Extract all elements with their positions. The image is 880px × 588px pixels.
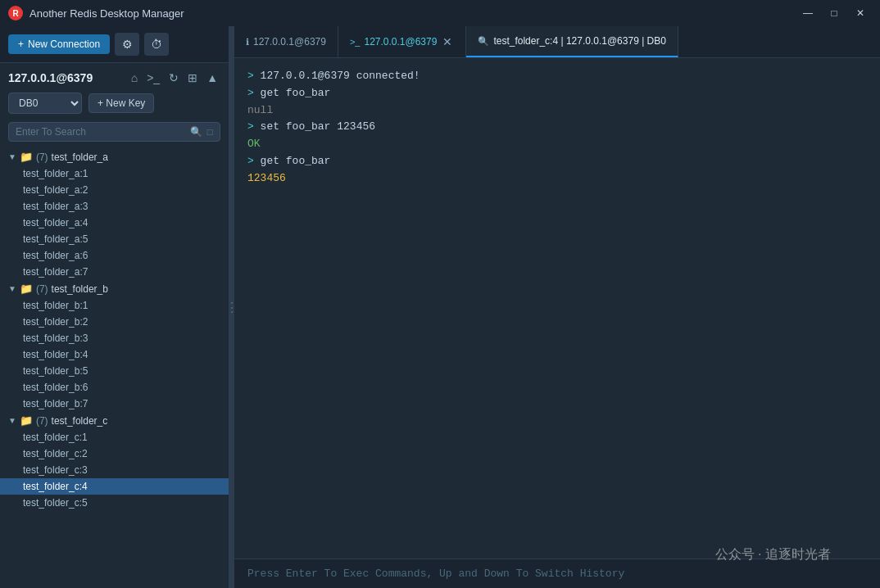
terminal-line: OK bbox=[247, 136, 867, 153]
list-item-active[interactable]: test_folder_c:4 bbox=[0, 478, 229, 495]
folder-item-a[interactable]: ▼ 📁 (7) test_folder_a bbox=[0, 148, 229, 165]
window-controls: — □ ✕ bbox=[796, 5, 872, 21]
folder-icon-a: 📁 bbox=[20, 151, 33, 163]
terminal-tab-icon: >_ bbox=[350, 37, 361, 47]
list-item[interactable]: test_folder_b:2 bbox=[0, 314, 229, 330]
prompt: > bbox=[247, 120, 261, 133]
tab-key1[interactable]: 🔍 test_folder_c:4 | 127.0.0.1@6379 | DB0 bbox=[466, 26, 678, 57]
titlebar: R Another Redis Desktop Manager — □ ✕ bbox=[0, 0, 880, 26]
folder-count-c: (7) bbox=[36, 415, 48, 427]
terminal-output: > 127.0.0.1@6379 connected! > get foo_ba… bbox=[234, 58, 880, 559]
folder-icon-b: 📁 bbox=[20, 283, 33, 295]
command-input[interactable] bbox=[234, 559, 880, 588]
list-item[interactable]: test_folder_c:3 bbox=[0, 462, 229, 478]
tab-label-console2: 127.0.0.1@6379 bbox=[364, 36, 437, 47]
info-icon: ℹ bbox=[246, 37, 249, 47]
terminal-button[interactable]: >_ bbox=[144, 70, 162, 86]
folder-name-b: test_folder_b bbox=[52, 283, 108, 295]
new-connection-label: New Connection bbox=[28, 38, 100, 50]
list-item[interactable]: test_folder_b:6 bbox=[0, 379, 229, 396]
chevron-down-icon: ▼ bbox=[8, 284, 16, 293]
settings-button[interactable]: ⚙ bbox=[115, 33, 139, 56]
search-box: 🔍 □ bbox=[8, 122, 220, 142]
search-row: 🔍 □ bbox=[0, 119, 229, 145]
app-icon: R bbox=[8, 6, 23, 20]
tab-label-key1: test_folder_c:4 | 127.0.0.1@6379 | DB0 bbox=[493, 35, 666, 47]
sidebar: + New Connection ⚙ ⏱ 127.0.0.1@6379 ⌂ >_… bbox=[0, 26, 229, 588]
search-input[interactable] bbox=[16, 126, 185, 138]
content-area: ℹ 127.0.0.1@6379 >_ 127.0.0.1@6379 ✕ 🔍 t… bbox=[234, 26, 880, 588]
new-connection-button[interactable]: + New Connection bbox=[8, 34, 110, 54]
prompt: > bbox=[247, 155, 261, 167]
connection-header: 127.0.0.1@6379 ⌂ >_ ↻ ⊞ ▲ bbox=[0, 63, 229, 89]
folder-icon-c: 📁 bbox=[20, 414, 33, 427]
folder-count-b: (7) bbox=[36, 283, 48, 295]
prompt: > bbox=[247, 87, 261, 99]
minimize-button[interactable]: — bbox=[796, 5, 819, 21]
new-key-label: + New Key bbox=[98, 97, 145, 109]
key-list: ▼ 📁 (7) test_folder_a test_folder_a:1 te… bbox=[0, 145, 229, 588]
panel-resizer[interactable] bbox=[229, 26, 234, 588]
folder-name-c: test_folder_c bbox=[52, 415, 108, 427]
command-input-area bbox=[234, 559, 880, 588]
history-button[interactable]: ⏱ bbox=[144, 33, 169, 56]
app-title: Another Redis Desktop Manager bbox=[29, 7, 184, 20]
sidebar-toolbar: + New Connection ⚙ ⏱ bbox=[0, 26, 229, 63]
maximize-button[interactable]: □ bbox=[823, 5, 846, 21]
folder-item-b[interactable]: ▼ 📁 (7) test_folder_b bbox=[0, 280, 229, 297]
terminal-line: > get foo_bar bbox=[247, 153, 867, 170]
terminal-line: > get foo_bar bbox=[247, 85, 867, 102]
tab-bar: ℹ 127.0.0.1@6379 >_ 127.0.0.1@6379 ✕ 🔍 t… bbox=[234, 26, 880, 58]
db-row: DB0 DB1 DB2 DB3 + New Key bbox=[0, 89, 229, 119]
new-key-button[interactable]: + New Key bbox=[88, 93, 154, 113]
plus-icon: + bbox=[18, 38, 24, 50]
expand-icon[interactable]: □ bbox=[207, 126, 213, 138]
close-button[interactable]: ✕ bbox=[849, 5, 872, 21]
tab-label-console1: 127.0.0.1@6379 bbox=[253, 36, 326, 47]
list-item[interactable]: test_folder_a:6 bbox=[0, 247, 229, 264]
connection-name: 127.0.0.1@6379 bbox=[8, 71, 93, 84]
list-item[interactable]: test_folder_b:5 bbox=[0, 363, 229, 379]
collapse-button[interactable]: ▲ bbox=[204, 70, 220, 86]
chevron-down-icon: ▼ bbox=[8, 152, 16, 161]
list-item[interactable]: test_folder_a:7 bbox=[0, 264, 229, 280]
tab-console1[interactable]: ℹ 127.0.0.1@6379 bbox=[234, 26, 338, 57]
folder-count-a: (7) bbox=[36, 152, 48, 163]
settings-icon: ⚙ bbox=[122, 38, 133, 51]
home-button[interactable]: ⌂ bbox=[129, 70, 140, 86]
folder-name-a: test_folder_a bbox=[52, 152, 108, 163]
list-item[interactable]: test_folder_b:4 bbox=[0, 346, 229, 363]
tab-console2[interactable]: >_ 127.0.0.1@6379 ✕ bbox=[338, 26, 466, 57]
list-item[interactable]: test_folder_b:1 bbox=[0, 297, 229, 314]
folder-item-c[interactable]: ▼ 📁 (7) test_folder_c bbox=[0, 412, 229, 429]
list-item[interactable]: test_folder_a:2 bbox=[0, 182, 229, 198]
terminal-line: > 127.0.0.1@6379 connected! bbox=[247, 68, 867, 85]
list-item[interactable]: test_folder_c:2 bbox=[0, 446, 229, 462]
history-icon: ⏱ bbox=[151, 38, 162, 51]
prompt: > bbox=[247, 70, 261, 82]
grid-button[interactable]: ⊞ bbox=[185, 70, 200, 86]
chevron-down-icon: ▼ bbox=[8, 416, 16, 425]
list-item[interactable]: test_folder_a:5 bbox=[0, 231, 229, 247]
list-item[interactable]: test_folder_a:1 bbox=[0, 165, 229, 182]
connection-actions: ⌂ >_ ↻ ⊞ ▲ bbox=[129, 70, 220, 86]
terminal-line: 123456 bbox=[247, 170, 867, 188]
list-item[interactable]: test_folder_a:4 bbox=[0, 215, 229, 231]
refresh-button[interactable]: ↻ bbox=[166, 70, 181, 86]
search-tab-icon: 🔍 bbox=[478, 36, 489, 47]
list-item[interactable]: test_folder_b:7 bbox=[0, 396, 229, 412]
terminal-line: > set foo_bar 123456 bbox=[247, 119, 867, 136]
tab-close-button[interactable]: ✕ bbox=[441, 36, 454, 47]
main-layout: + New Connection ⚙ ⏱ 127.0.0.1@6379 ⌂ >_… bbox=[0, 26, 880, 588]
search-icon: 🔍 bbox=[190, 126, 202, 138]
db-selector[interactable]: DB0 DB1 DB2 DB3 bbox=[8, 93, 82, 114]
list-item[interactable]: test_folder_a:3 bbox=[0, 198, 229, 215]
list-item[interactable]: test_folder_c:1 bbox=[0, 429, 229, 446]
list-item[interactable]: test_folder_b:3 bbox=[0, 330, 229, 346]
list-item[interactable]: test_folder_c:5 bbox=[0, 495, 229, 511]
terminal-line: null bbox=[247, 102, 867, 120]
